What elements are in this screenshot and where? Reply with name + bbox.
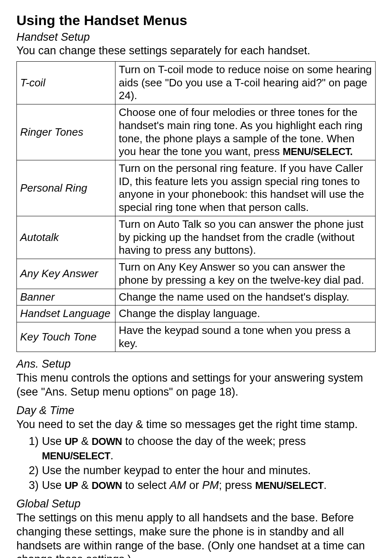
- ans-setup-body: This menu controls the options and setti…: [16, 371, 376, 399]
- setting-label: Any Key Answer: [17, 259, 115, 289]
- table-row: Handset LanguageChange the display langu…: [17, 306, 376, 322]
- setting-label: Ringer Tones: [17, 104, 115, 160]
- handset-setup-table: T-coilTurn on T-coil mode to reduce nois…: [16, 61, 376, 352]
- ans-setup-heading: Ans. Setup: [16, 358, 376, 370]
- step-3: Use UP & DOWN to select AM or PM; press …: [29, 478, 376, 493]
- setting-description: Turn on Any Key Answer so you can answer…: [115, 259, 376, 289]
- day-time-intro: You need to set the day & time so messag…: [16, 418, 376, 432]
- menu-select-keycap: MENU/SELECT: [42, 450, 111, 461]
- setting-description: Choose one of four melodies or three ton…: [115, 104, 376, 160]
- global-setup-body: The settings on this menu apply to all h…: [16, 511, 376, 558]
- setting-label: Banner: [17, 289, 115, 306]
- page-title: Using the Handset Menus: [16, 12, 376, 28]
- table-row: BannerChange the name used on the handse…: [17, 289, 376, 306]
- table-row: Ringer TonesChoose one of four melodies …: [17, 104, 376, 160]
- down-keycap: DOWN: [92, 480, 122, 491]
- setting-label: Personal Ring: [17, 160, 115, 216]
- setting-description: Turn on T-coil mode to reduce noise on s…: [115, 62, 376, 104]
- handset-setup-intro: You can change these settings separately…: [16, 44, 376, 57]
- up-keycap: UP: [65, 480, 78, 491]
- menu-select-keycap: MENU/SELECT.: [283, 146, 353, 157]
- table-row: Any Key AnswerTurn on Any Key Answer so …: [17, 259, 376, 289]
- table-row: Key Touch ToneHave the keypad sound a to…: [17, 322, 376, 352]
- global-setup-heading: Global Setup: [16, 498, 376, 510]
- setting-description: Turn on Auto Talk so you can answer the …: [115, 216, 376, 259]
- setting-label: T-coil: [17, 62, 115, 104]
- table-row: Personal RingTurn on the personal ring f…: [17, 160, 376, 216]
- step-1: Use UP & DOWN to choose the day of the w…: [29, 434, 376, 463]
- menu-select-keycap: MENU/SELECT: [255, 480, 324, 491]
- setting-label: Key Touch Tone: [17, 322, 115, 352]
- setting-label: Autotalk: [17, 216, 115, 259]
- setting-description: Have the keypad sound a tone when you pr…: [115, 322, 376, 352]
- day-time-heading: Day & Time: [16, 404, 376, 417]
- setting-label: Handset Language: [17, 306, 115, 322]
- step-2: Use the number keypad to enter the hour …: [29, 463, 376, 478]
- setting-description: Turn on the personal ring feature. If yo…: [115, 160, 376, 216]
- day-time-steps-list: Use UP & DOWN to choose the day of the w…: [16, 434, 376, 493]
- table-row: AutotalkTurn on Auto Talk so you can ans…: [17, 216, 376, 259]
- setting-description: Change the name used on the handset's di…: [115, 289, 376, 306]
- table-row: T-coilTurn on T-coil mode to reduce nois…: [17, 62, 376, 104]
- down-keycap: DOWN: [92, 436, 122, 447]
- up-keycap: UP: [65, 436, 78, 447]
- handset-setup-heading: Handset Setup: [16, 31, 376, 44]
- setting-description: Change the display language.: [115, 306, 376, 322]
